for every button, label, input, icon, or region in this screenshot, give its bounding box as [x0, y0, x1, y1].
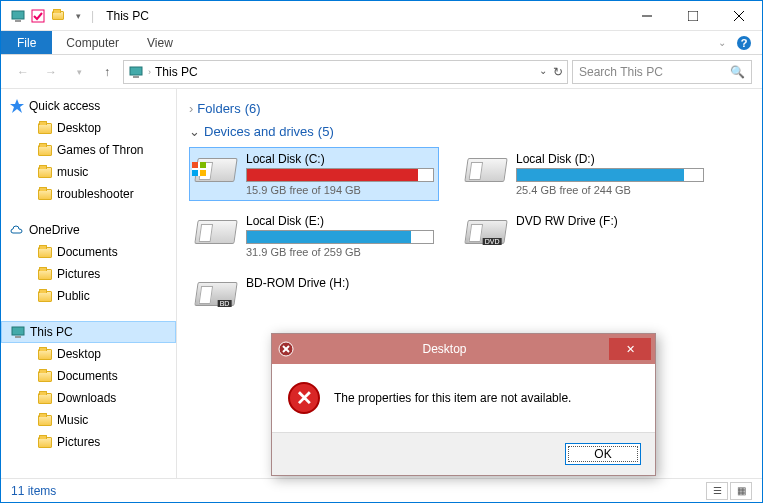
dialog-title: Desktop	[300, 342, 609, 356]
drive-item[interactable]: Local Disk (E:)31.9 GB free of 259 GB	[189, 209, 439, 263]
dialog-close-button[interactable]: ✕	[609, 338, 651, 360]
drive-item[interactable]: DVDDVD RW Drive (F:)	[459, 209, 709, 263]
pc-icon	[128, 64, 144, 80]
svg-marker-11	[10, 99, 24, 113]
dvd-icon: DVD	[464, 214, 508, 250]
svg-text:?: ?	[741, 37, 748, 49]
drive-item[interactable]: BDBD-ROM Drive (H:)	[189, 271, 439, 317]
chevron-down-icon: ⌄	[189, 124, 200, 139]
sidebar-item-qa-1[interactable]: Games of Thron	[1, 139, 176, 161]
sidebar-item-od-0[interactable]: Documents	[1, 241, 176, 263]
refresh-icon[interactable]: ↻	[553, 65, 563, 79]
item-count: 11 items	[11, 484, 56, 498]
search-input[interactable]: Search This PC 🔍	[572, 60, 752, 84]
tree-label: Public	[57, 289, 90, 303]
drive-name: Local Disk (E:)	[246, 214, 434, 228]
pc-icon	[9, 7, 27, 25]
up-button[interactable]: ↑	[95, 60, 119, 84]
tree-label: This PC	[30, 325, 73, 339]
tree-label: Music	[57, 413, 88, 427]
usage-bar	[516, 168, 704, 182]
svg-rect-18	[200, 170, 206, 176]
address-bar[interactable]: › This PC ⌄ ↻	[123, 60, 568, 84]
tree-label: Quick access	[29, 99, 100, 113]
tree-label: Games of Thron	[57, 143, 143, 157]
quick-access-toolbar: ▾	[1, 7, 87, 25]
search-placeholder: Search This PC	[579, 65, 663, 79]
group-header-drives[interactable]: ⌄ Devices and drives (5)	[189, 124, 750, 139]
tiles-view-button[interactable]: ▦	[730, 482, 752, 500]
svg-rect-15	[192, 162, 198, 168]
sidebar-item-qa-2[interactable]: music	[1, 161, 176, 183]
address-dropdown-icon[interactable]: ⌄	[539, 65, 547, 79]
tree-label: Pictures	[57, 267, 100, 281]
svg-rect-16	[200, 162, 206, 168]
tree-label: troubleshooter	[57, 187, 134, 201]
bd-icon: BD	[194, 276, 238, 312]
close-button[interactable]	[716, 1, 762, 31]
svg-rect-1	[15, 20, 21, 22]
svg-rect-2	[32, 10, 44, 22]
sidebar-this-pc[interactable]: This PC	[1, 321, 176, 343]
hdd-win-icon	[194, 152, 238, 188]
title-bar: ▾ | This PC	[1, 1, 762, 31]
tree-label: Documents	[57, 369, 118, 383]
drive-name: Local Disk (D:)	[516, 152, 704, 166]
sidebar-item-qa-3[interactable]: troubleshooter	[1, 183, 176, 205]
drive-name: DVD RW Drive (F:)	[516, 214, 704, 228]
properties-icon[interactable]	[29, 7, 47, 25]
drive-item[interactable]: Local Disk (D:)25.4 GB free of 244 GB	[459, 147, 709, 201]
drive-name: Local Disk (C:)	[246, 152, 434, 166]
breadcrumb[interactable]: This PC	[155, 65, 198, 79]
search-icon[interactable]: 🔍	[730, 65, 745, 79]
tree-label: Pictures	[57, 435, 100, 449]
sidebar-item-od-2[interactable]: Public	[1, 285, 176, 307]
sidebar-quick-access[interactable]: Quick access	[1, 95, 176, 117]
ribbon-expand-icon[interactable]: ⌄	[718, 37, 726, 48]
tree-label: Desktop	[57, 121, 101, 135]
group-header-folders[interactable]: › Folders (6)	[189, 101, 750, 116]
navigation-pane: Quick accessDesktopGames of Thronmusictr…	[1, 89, 177, 478]
sidebar-onedrive[interactable]: OneDrive	[1, 219, 176, 241]
tree-label: Desktop	[57, 347, 101, 361]
svg-rect-9	[130, 67, 142, 75]
drive-item[interactable]: Local Disk (C:)15.9 GB free of 194 GB	[189, 147, 439, 201]
minimize-button[interactable]	[624, 1, 670, 31]
tree-label: Downloads	[57, 391, 116, 405]
ok-button[interactable]: OK	[565, 443, 641, 465]
qat-dropdown-icon[interactable]: ▾	[69, 7, 87, 25]
drive-free-text: 25.4 GB free of 244 GB	[516, 184, 704, 196]
drive-free-text: 31.9 GB free of 259 GB	[246, 246, 434, 258]
drive-name: BD-ROM Drive (H:)	[246, 276, 434, 290]
details-view-button[interactable]: ☰	[706, 482, 728, 500]
error-title-icon	[272, 341, 300, 357]
dialog-titlebar[interactable]: Desktop ✕	[272, 334, 655, 364]
navigation-bar: ← → ▾ ↑ › This PC ⌄ ↻ Search This PC 🔍	[1, 55, 762, 89]
chevron-right-icon: ›	[189, 101, 193, 116]
sidebar-item-od-1[interactable]: Pictures	[1, 263, 176, 285]
ribbon: File Computer View ⌄ ?	[1, 31, 762, 55]
sidebar-item-qa-0[interactable]: Desktop	[1, 117, 176, 139]
svg-rect-13	[15, 336, 21, 338]
status-bar: 11 items ☰ ▦	[1, 478, 762, 502]
svg-rect-0	[12, 11, 24, 19]
sidebar-item-pc-2[interactable]: Downloads	[1, 387, 176, 409]
hdd-icon	[194, 214, 238, 250]
svg-rect-4	[688, 11, 698, 21]
forward-button[interactable]: →	[39, 60, 63, 84]
maximize-button[interactable]	[670, 1, 716, 31]
ribbon-tab-view[interactable]: View	[133, 31, 187, 54]
sidebar-item-pc-0[interactable]: Desktop	[1, 343, 176, 365]
sidebar-item-pc-1[interactable]: Documents	[1, 365, 176, 387]
sidebar-item-pc-4[interactable]: Pictures	[1, 431, 176, 453]
new-folder-icon[interactable]	[49, 7, 67, 25]
file-tab[interactable]: File	[1, 31, 52, 54]
back-button[interactable]: ←	[11, 60, 35, 84]
hdd-icon	[464, 152, 508, 188]
drive-free-text: 15.9 GB free of 194 GB	[246, 184, 434, 196]
recent-dropdown[interactable]: ▾	[67, 60, 91, 84]
svg-rect-12	[12, 327, 24, 335]
sidebar-item-pc-3[interactable]: Music	[1, 409, 176, 431]
ribbon-tab-computer[interactable]: Computer	[52, 31, 133, 54]
help-icon[interactable]: ?	[736, 35, 752, 51]
